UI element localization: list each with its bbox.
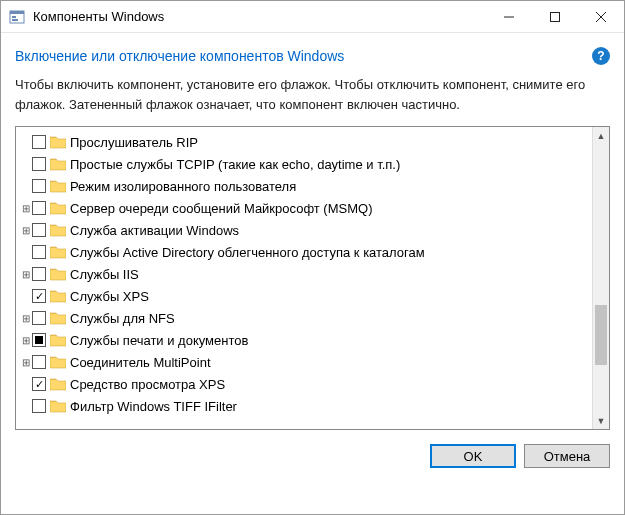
scroll-down-icon[interactable]: ▼ (593, 412, 609, 429)
svg-rect-2 (12, 16, 16, 18)
window-title: Компоненты Windows (33, 9, 486, 24)
tree-item[interactable]: Службы XPS (18, 285, 590, 307)
feature-label: Служба активации Windows (70, 223, 239, 238)
feature-checkbox[interactable] (32, 267, 46, 281)
tree-item[interactable]: ⊞Сервер очереди сообщений Майкрософт (MS… (18, 197, 590, 219)
folder-icon (50, 267, 66, 281)
feature-checkbox[interactable] (32, 289, 46, 303)
feature-label: Прослушиватель RIP (70, 135, 198, 150)
folder-icon (50, 289, 66, 303)
scroll-up-icon[interactable]: ▲ (593, 127, 609, 144)
page-heading: Включение или отключение компонентов Win… (15, 48, 344, 64)
features-tree-viewport: Прослушиватель RIPПростые службы TCPIP (… (16, 127, 592, 429)
feature-label: Соединитель MultiPoint (70, 355, 211, 370)
feature-checkbox[interactable] (32, 245, 46, 259)
feature-label: Службы IIS (70, 267, 139, 282)
folder-icon (50, 399, 66, 413)
folder-icon (50, 245, 66, 259)
feature-checkbox[interactable] (32, 135, 46, 149)
tree-item[interactable]: ⊞Соединитель MultiPoint (18, 351, 590, 373)
tree-item[interactable]: Прослушиватель RIP (18, 131, 590, 153)
feature-label: Службы XPS (70, 289, 149, 304)
feature-label: Сервер очереди сообщений Майкрософт (MSM… (70, 201, 372, 216)
feature-label: Службы Active Directory облегченного дос… (70, 245, 425, 260)
expand-icon[interactable]: ⊞ (20, 225, 32, 236)
tree-item[interactable]: Простые службы TCPIP (такие как echo, da… (18, 153, 590, 175)
feature-checkbox[interactable] (32, 333, 46, 347)
tree-item[interactable]: Фильтр Windows TIFF IFilter (18, 395, 590, 417)
folder-icon (50, 201, 66, 215)
window-controls (486, 1, 624, 32)
cancel-button[interactable]: Отмена (524, 444, 610, 468)
close-button[interactable] (578, 1, 624, 32)
feature-label: Средство просмотра XPS (70, 377, 225, 392)
app-icon (9, 9, 25, 25)
help-icon[interactable]: ? (592, 47, 610, 65)
feature-checkbox[interactable] (32, 399, 46, 413)
tree-item[interactable]: Средство просмотра XPS (18, 373, 590, 395)
folder-icon (50, 311, 66, 325)
feature-checkbox[interactable] (32, 311, 46, 325)
svg-rect-3 (12, 19, 18, 21)
description-text: Чтобы включить компонент, установите его… (15, 75, 610, 126)
expand-icon[interactable]: ⊞ (20, 335, 32, 346)
titlebar: Компоненты Windows (1, 1, 624, 33)
expand-icon[interactable]: ⊞ (20, 203, 32, 214)
feature-checkbox[interactable] (32, 201, 46, 215)
feature-checkbox[interactable] (32, 355, 46, 369)
folder-icon (50, 333, 66, 347)
expand-icon[interactable]: ⊞ (20, 357, 32, 368)
folder-icon (50, 179, 66, 193)
feature-label: Фильтр Windows TIFF IFilter (70, 399, 237, 414)
feature-label: Службы печати и документов (70, 333, 248, 348)
page-heading-row: Включение или отключение компонентов Win… (15, 43, 610, 75)
expand-icon[interactable]: ⊞ (20, 313, 32, 324)
ok-button[interactable]: OK (430, 444, 516, 468)
scrollbar[interactable]: ▲ ▼ (592, 127, 609, 429)
feature-label: Службы для NFS (70, 311, 175, 326)
feature-checkbox[interactable] (32, 179, 46, 193)
expand-icon[interactable]: ⊞ (20, 269, 32, 280)
tree-item[interactable]: Режим изолированного пользователя (18, 175, 590, 197)
feature-checkbox[interactable] (32, 377, 46, 391)
folder-icon (50, 377, 66, 391)
tree-item[interactable]: ⊞Службы IIS (18, 263, 590, 285)
svg-rect-1 (10, 11, 24, 14)
feature-checkbox[interactable] (32, 223, 46, 237)
folder-icon (50, 157, 66, 171)
tree-item[interactable]: ⊞Службы печати и документов (18, 329, 590, 351)
svg-rect-5 (551, 12, 560, 21)
maximize-button[interactable] (532, 1, 578, 32)
folder-icon (50, 355, 66, 369)
feature-checkbox[interactable] (32, 157, 46, 171)
tree-item[interactable]: ⊞Служба активации Windows (18, 219, 590, 241)
scroll-track[interactable] (593, 144, 609, 412)
folder-icon (50, 135, 66, 149)
features-tree: Прослушиватель RIPПростые службы TCPIP (… (15, 126, 610, 430)
tree-item[interactable]: ⊞Службы для NFS (18, 307, 590, 329)
feature-label: Режим изолированного пользователя (70, 179, 296, 194)
dialog-footer: OK Отмена (1, 430, 624, 478)
tree-item[interactable]: Службы Active Directory облегченного дос… (18, 241, 590, 263)
feature-label: Простые службы TCPIP (такие как echo, da… (70, 157, 400, 172)
scroll-thumb[interactable] (595, 305, 607, 365)
folder-icon (50, 223, 66, 237)
minimize-button[interactable] (486, 1, 532, 32)
